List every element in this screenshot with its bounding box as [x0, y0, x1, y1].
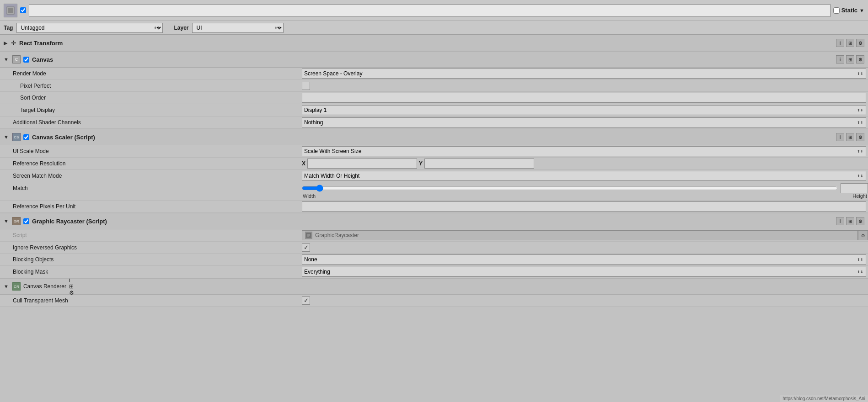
blocking-objects-value: None — [302, 254, 868, 264]
canvas-scaler-header[interactable]: ▼ CS Canvas Scaler (Script) i ⊞ ⚙ — [0, 129, 868, 145]
blocking-mask-label: Blocking Mask — [0, 269, 302, 275]
blocking-mask-select-wrapper: Everything — [302, 267, 866, 277]
canvas-enabled-toggle[interactable] — [23, 57, 29, 63]
render-mode-value: Screen Space - Overlay — [302, 69, 868, 79]
tag-select[interactable]: Untagged — [16, 23, 163, 33]
canvas-scaler-enabled-toggle[interactable] — [23, 134, 29, 140]
match-value-area: 0.027 Width Height — [302, 183, 868, 199]
reference-pixels-input[interactable]: 100 — [302, 201, 866, 212]
ignore-reversed-checkbox[interactable] — [302, 243, 310, 252]
script-row: Script GraphicRaycaster ⊙ — [0, 229, 868, 242]
canvas-renderer-layout-icon[interactable]: ⊞ — [69, 283, 74, 290]
match-row: Match 0.027 Width Height — [0, 182, 868, 201]
resolution-y-input[interactable]: 600 — [424, 159, 534, 169]
graphic-raycaster-enabled-toggle[interactable] — [23, 218, 29, 224]
canvas-renderer-header[interactable]: ▼ CR Canvas Renderer i ⊞ ⚙ — [0, 278, 868, 295]
static-checkbox[interactable] — [833, 7, 840, 14]
reference-pixels-row: Reference Pixels Per Unit 100 — [0, 201, 868, 213]
canvas-enabled-checkbox[interactable] — [20, 7, 26, 13]
canvas-renderer-title: Canvas Renderer — [23, 283, 66, 290]
cull-transparent-checkbox[interactable] — [302, 296, 310, 305]
target-display-select-wrapper: Display 1 — [302, 105, 866, 115]
pixel-perfect-value — [302, 82, 868, 90]
canvas-properties: Render Mode Screen Space - Overlay Pixel… — [0, 68, 868, 129]
rect-transform-info-icon[interactable]: i — [836, 39, 844, 47]
resolution-x-input[interactable]: 1000 — [307, 159, 417, 169]
render-mode-select-wrapper: Screen Space - Overlay — [302, 69, 866, 79]
rect-transform-header[interactable]: ▶ ✛ Rect Transform i ⊞ ⚙ — [0, 35, 868, 51]
graphic-raycaster-collapse: ▼ — [4, 218, 9, 224]
object-name-field[interactable]: Canvas — [29, 4, 830, 17]
ignore-reversed-label: Ignore Reversed Graphics — [0, 244, 302, 251]
additional-shader-row: Additional Shader Channels Nothing — [0, 116, 868, 129]
graphic-raycaster-title: Graphic Raycaster (Script) — [32, 218, 833, 225]
match-slider-container: 0.027 — [302, 183, 868, 193]
canvas-gear-icon[interactable]: ⚙ — [856, 55, 864, 63]
graphic-raycaster-header[interactable]: ▼ GR Graphic Raycaster (Script) i ⊞ ⚙ — [0, 213, 868, 229]
rect-transform-layout-icon[interactable]: ⊞ — [846, 39, 854, 47]
screen-match-mode-select[interactable]: Match Width Or Height — [302, 171, 866, 181]
static-area: Static ▼ — [833, 7, 864, 14]
canvas-scaler-layout-icon[interactable]: ⊞ — [846, 133, 854, 141]
render-mode-select[interactable]: Screen Space - Overlay — [302, 69, 866, 79]
canvas-scaler-enabled-wrapper — [23, 134, 29, 140]
cull-transparent-label: Cull Transparent Mesh — [0, 297, 302, 304]
reference-resolution-inputs: X 1000 Y 600 — [302, 159, 868, 169]
layer-label: Layer — [174, 25, 188, 31]
graphic-raycaster-layout-icon[interactable]: ⊞ — [846, 217, 854, 225]
tag-select-wrapper: Untagged — [16, 23, 163, 33]
canvas-scaler-collapse: ▼ — [4, 134, 9, 140]
layer-select[interactable]: UI — [192, 23, 284, 33]
target-display-select[interactable]: Display 1 — [302, 105, 866, 115]
script-label: Script — [0, 232, 302, 238]
canvas-renderer-collapse: ▼ — [4, 284, 9, 289]
canvas-section-header[interactable]: ▼ C Canvas i ⊞ ⚙ — [0, 51, 868, 68]
blocking-objects-label: Blocking Objects — [0, 256, 302, 263]
canvas-scaler-gear-icon[interactable]: ⚙ — [856, 133, 864, 141]
render-mode-row: Render Mode Screen Space - Overlay — [0, 68, 868, 80]
ui-scale-mode-select-wrapper: Scale With Screen Size — [302, 146, 866, 156]
canvas-info-icon[interactable]: i — [836, 55, 844, 63]
script-value: GraphicRaycaster — [302, 230, 858, 240]
rect-transform-gear-icon[interactable]: ⚙ — [856, 39, 864, 47]
top-bar: Canvas Static ▼ — [0, 0, 868, 21]
match-value-input[interactable]: 0.027 — [841, 183, 868, 193]
canvas-renderer-info-icon[interactable]: i — [69, 277, 74, 283]
rect-transform-icons: i ⊞ ⚙ — [836, 39, 864, 47]
pixel-perfect-checkbox[interactable] — [302, 82, 310, 90]
ignore-reversed-value — [302, 243, 868, 252]
graphic-raycaster-info-icon[interactable]: i — [836, 217, 844, 225]
canvas-scaler-info-icon[interactable]: i — [836, 133, 844, 141]
script-picker-icon[interactable]: ⊙ — [858, 230, 868, 240]
y-label: Y — [419, 160, 423, 167]
script-name: GraphicRaycaster — [315, 232, 359, 238]
blocking-mask-row: Blocking Mask Everything — [0, 266, 868, 278]
match-slider[interactable] — [302, 185, 838, 192]
canvas-collapse: ▼ — [4, 57, 9, 62]
render-mode-label: Render Mode — [0, 70, 302, 77]
additional-shader-select[interactable]: Nothing — [302, 117, 866, 127]
canvas-active-checkbox[interactable] — [20, 7, 26, 13]
ui-scale-mode-select[interactable]: Scale With Screen Size — [302, 146, 866, 156]
blocking-mask-select[interactable]: Everything — [302, 267, 866, 277]
target-display-label: Target Display — [0, 107, 302, 113]
static-dropdown-arrow[interactable]: ▼ — [859, 8, 864, 13]
blocking-objects-select-wrapper: None — [302, 254, 866, 264]
layer-select-wrapper: UI — [192, 23, 284, 33]
canvas-layout-icon[interactable]: ⊞ — [846, 55, 854, 63]
sort-order-input[interactable]: 0 — [302, 93, 866, 103]
blocking-objects-select[interactable]: None — [302, 254, 866, 264]
canvas-renderer-gear-icon[interactable]: ⚙ — [69, 290, 74, 296]
pixel-perfect-label: Pixel Perfect — [0, 83, 302, 89]
reference-resolution-label: Reference Resolution — [0, 160, 302, 167]
graphic-raycaster-enabled-wrapper — [23, 218, 29, 224]
pixel-perfect-row: Pixel Perfect — [0, 80, 868, 92]
graphic-raycaster-properties: Script GraphicRaycaster ⊙ Ignore Reverse… — [0, 229, 868, 278]
ui-scale-mode-label: UI Scale Mode — [0, 148, 302, 154]
graphic-raycaster-gear-icon[interactable]: ⚙ — [856, 217, 864, 225]
screen-match-mode-value: Match Width Or Height — [302, 171, 868, 181]
svg-rect-1 — [8, 8, 13, 13]
sort-order-label: Sort Order — [0, 95, 302, 101]
canvas-scaler-icon: CS — [12, 133, 21, 141]
reference-resolution-row: Reference Resolution X 1000 Y 600 — [0, 158, 868, 170]
